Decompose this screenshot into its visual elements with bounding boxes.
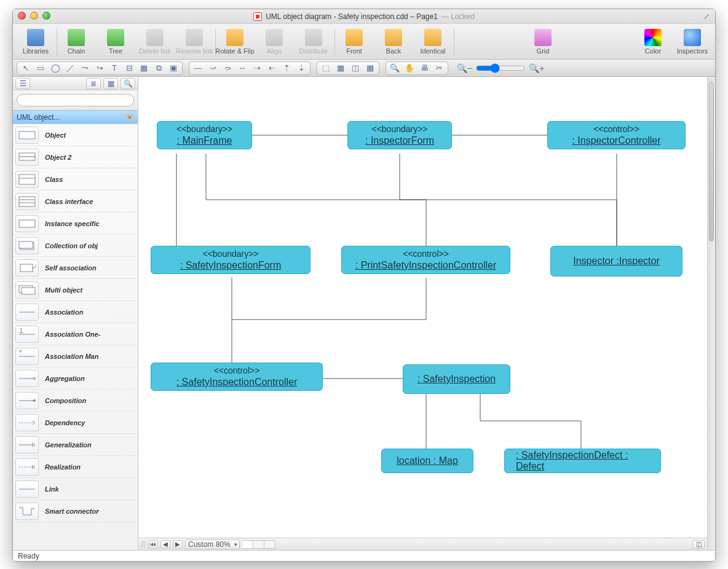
chain-button[interactable]: Chain xyxy=(60,28,93,58)
shape-tools: ↖ ▭ ◯ ／ ⤳ ↪ T ⊟ ▦ ⧉ ▣ xyxy=(17,61,183,75)
page-tab-2[interactable] xyxy=(253,540,264,549)
node-safety-inspection[interactable]: : SafetyInspection xyxy=(403,364,510,394)
shape-item[interactable]: Multi object xyxy=(13,279,138,301)
libraries-button[interactable]: Libraries xyxy=(19,28,52,58)
shape-thumb xyxy=(15,392,39,409)
sel-4[interactable]: ▩ xyxy=(363,63,377,74)
shape-item[interactable]: Object xyxy=(13,124,138,146)
page-next-button[interactable]: ▶ xyxy=(173,540,183,549)
image-tool[interactable]: ▣ xyxy=(167,63,180,74)
sidebar-view-grid[interactable]: ▦ xyxy=(103,78,118,89)
page-prev-button[interactable]: ◀ xyxy=(160,540,170,549)
library-header[interactable]: UML object... × xyxy=(13,111,138,124)
line-type-3[interactable]: ⤼ xyxy=(221,63,234,74)
node-inspector-controller[interactable]: <<control>>: InspectorController xyxy=(547,121,686,149)
sidebar-tree-btn[interactable]: ☰ xyxy=(15,78,30,89)
zoom-tool[interactable]: 🔍 xyxy=(388,63,402,74)
ellipse-tool[interactable]: ◯ xyxy=(49,63,62,74)
scrollbar-thumb[interactable] xyxy=(709,82,714,241)
pointer-tool[interactable]: ↖ xyxy=(19,63,33,74)
color-button[interactable]: Color xyxy=(636,28,670,58)
shape-item[interactable]: Self association xyxy=(13,257,138,279)
search-input[interactable] xyxy=(17,94,134,106)
zoom-out-icon[interactable]: 🔍− xyxy=(457,63,472,73)
node-safety-inspection-form[interactable]: <<boundary>>: SafetyInspectionForm xyxy=(151,246,311,274)
group-tool[interactable]: ▦ xyxy=(137,63,151,74)
line-type-2[interactable]: ⤻ xyxy=(206,63,220,74)
vertical-scrollbar[interactable] xyxy=(707,77,715,550)
fullscreen-icon[interactable]: ⤢ xyxy=(702,12,711,22)
shape-item[interactable]: *Association Man xyxy=(13,345,138,367)
inspectors-button[interactable]: Inspectors xyxy=(676,28,709,58)
page-first-button[interactable]: ⏮ xyxy=(148,540,158,549)
line-tool[interactable]: ／ xyxy=(63,63,77,74)
shape-item[interactable]: Association xyxy=(13,301,138,323)
node-safety-inspection-controller[interactable]: <<control>>: SafetyInspectionController xyxy=(151,363,323,391)
sel-3[interactable]: ◫ xyxy=(349,63,362,74)
shape-item[interactable]: Dependency xyxy=(13,412,138,434)
tree-button[interactable]: Tree xyxy=(99,28,132,58)
shape-thumb xyxy=(15,370,39,387)
cut-tool[interactable]: ✂ xyxy=(432,63,446,74)
node-inspector-form[interactable]: <<boundary>>: InspectorForm xyxy=(347,121,452,149)
node-defect[interactable]: : SafetyInspectionDefect : Defect xyxy=(504,449,661,473)
library-close-icon[interactable]: × xyxy=(125,113,134,122)
zoom-range[interactable] xyxy=(476,63,525,73)
shape-item[interactable]: Instance specific xyxy=(13,213,138,235)
segment-tool[interactable]: ⊟ xyxy=(122,63,136,74)
print-tool[interactable]: 🖶 xyxy=(417,63,431,74)
node-location[interactable]: location : Map xyxy=(381,449,473,473)
smart-connector-tool[interactable]: ↪ xyxy=(93,63,106,74)
shape-item[interactable]: 1Association One- xyxy=(13,323,138,345)
shape-item[interactable]: Composition xyxy=(13,390,138,412)
zoom-in-icon[interactable]: 🔍+ xyxy=(529,63,544,73)
shape-item[interactable]: Collection of obj xyxy=(13,235,138,257)
delete-link-button[interactable]: Delete link xyxy=(138,28,172,58)
line-type-5[interactable]: ⇢ xyxy=(250,63,264,74)
sidebar-view-list[interactable]: ≣ xyxy=(86,78,101,89)
text-tool[interactable]: T xyxy=(108,63,121,74)
node-print-controller[interactable]: <<control>>: PrintSafetyInspectionContro… xyxy=(341,246,510,274)
rotate-flip-button[interactable]: Rotate & Flip xyxy=(218,28,251,58)
zoom-button[interactable] xyxy=(42,12,50,20)
line-type-7[interactable]: ⇡ xyxy=(280,63,293,74)
shape-item[interactable]: Link xyxy=(13,478,138,500)
line-type-8[interactable]: ⇣ xyxy=(295,63,308,74)
shape-item[interactable]: Realization xyxy=(13,456,138,478)
hand-tool[interactable]: ✋ xyxy=(403,63,416,74)
shape-label: Realization xyxy=(45,463,81,471)
back-button[interactable]: Back xyxy=(377,28,410,58)
canvas[interactable]: <<boundary>>: MainFrame <<boundary>>: In… xyxy=(138,77,707,538)
grid-button[interactable]: Grid xyxy=(526,28,560,58)
reverse-link-button[interactable]: Reverse link xyxy=(178,28,211,58)
line-type-4[interactable]: ↔ xyxy=(235,63,249,74)
page-tab-3[interactable] xyxy=(264,540,275,549)
shape-item[interactable]: Class interface xyxy=(13,190,138,213)
front-button[interactable]: Front xyxy=(338,28,371,58)
status-text: Ready xyxy=(18,552,39,560)
shape-item[interactable]: Smart connector xyxy=(13,500,138,522)
shape-item[interactable]: Class xyxy=(13,168,138,190)
shape-item[interactable]: Object 2 xyxy=(13,146,138,168)
node-mainframe[interactable]: <<boundary>>: MainFrame xyxy=(157,121,252,149)
line-type-6[interactable]: ⇠ xyxy=(265,63,279,74)
zoom-dropdown[interactable]: Custom 80% xyxy=(185,540,240,549)
rect-tool[interactable]: ▭ xyxy=(34,63,47,74)
line-type-1[interactable]: — xyxy=(191,63,205,74)
minimize-button[interactable] xyxy=(30,12,38,20)
distribute-button[interactable]: Distribute xyxy=(297,28,330,58)
connector-tool[interactable]: ⤳ xyxy=(78,63,92,74)
shape-item[interactable]: Aggregation xyxy=(13,367,138,390)
shape-item[interactable]: Generalization xyxy=(13,434,138,456)
close-button[interactable] xyxy=(18,12,26,20)
page-tab-1[interactable] xyxy=(242,540,253,549)
sel-2[interactable]: ▦ xyxy=(334,63,347,74)
node-inspector[interactable]: Inspector :Inspector xyxy=(550,246,682,277)
crop-tool[interactable]: ⧉ xyxy=(152,63,165,74)
sel-1[interactable]: ⬚ xyxy=(319,63,333,74)
view-mode-button[interactable]: ◫ xyxy=(692,540,705,549)
align-button[interactable]: Align xyxy=(258,28,291,58)
identical-button[interactable]: Identical xyxy=(416,28,449,58)
sidebar-search-btn[interactable]: 🔍 xyxy=(121,78,135,89)
svg-rect-2 xyxy=(19,157,35,160)
